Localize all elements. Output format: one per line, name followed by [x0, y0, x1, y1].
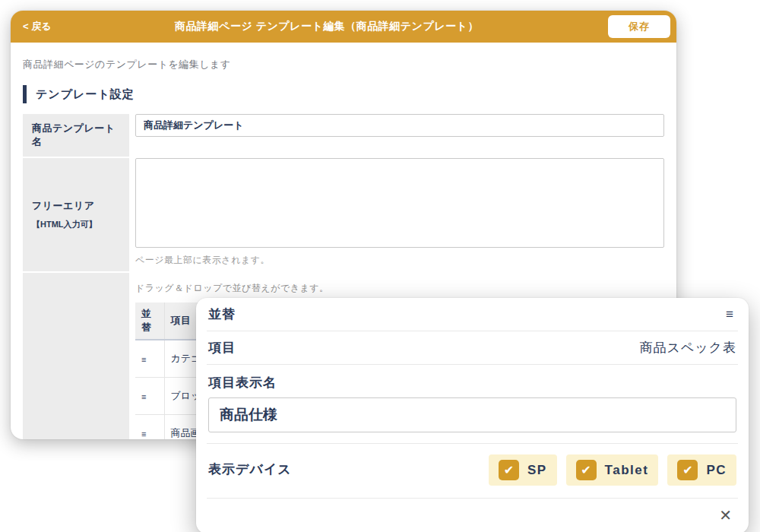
free-area-helper: ページ最上部に表示されます。: [135, 254, 664, 267]
page-title: 商品詳細ページ テンプレート編集（商品詳細テンプレート）: [175, 20, 479, 33]
free-area-label: フリーエリア 【HTML入力可】: [23, 158, 129, 271]
display-name-input[interactable]: [208, 397, 736, 432]
modal-drag-handle-icon[interactable]: ≡: [726, 308, 736, 321]
modal-sort-label: 並替: [208, 306, 236, 323]
device-checkbox-tablet[interactable]: ✔ Tablet: [566, 454, 659, 486]
free-area-label-text: フリーエリア: [32, 199, 120, 213]
modal-item-label: 項目: [208, 339, 236, 356]
window-header: < 戻る 商品詳細ページ テンプレート編集（商品詳細テンプレート） 保存: [11, 11, 676, 43]
back-link[interactable]: < 戻る: [23, 20, 52, 33]
drag-handle-icon[interactable]: ≡: [141, 356, 146, 364]
close-icon[interactable]: ✕: [719, 508, 732, 523]
device-label: SP: [527, 463, 547, 478]
modal-footer: ✕: [207, 499, 738, 532]
device-label: Tablet: [605, 463, 649, 478]
checkbox-checked-icon: ✔: [499, 460, 519, 480]
device-checkbox-pc[interactable]: ✔ PC: [667, 454, 736, 486]
modal-item-row: 項目 商品スペック表: [207, 331, 738, 365]
item-edit-modal: 並替 ≡ 項目 商品スペック表 項目表示名 表示デバイス ✔ SP ✔ Tabl…: [196, 298, 749, 532]
html-allowed-note: 【HTML入力可】: [32, 219, 120, 230]
device-label: PC: [706, 463, 727, 478]
drag-handle-icon[interactable]: ≡: [141, 393, 146, 401]
save-button[interactable]: 保存: [608, 15, 670, 38]
drag-drop-note: ドラッグ＆ドロップで並び替えができます。: [135, 282, 664, 295]
template-name-row: 商品テンプレート名: [23, 114, 664, 157]
template-name-label: 商品テンプレート名: [23, 114, 129, 157]
modal-display-name-label: 項目表示名: [208, 374, 736, 391]
modal-devices-label: 表示デバイス: [208, 461, 292, 478]
drag-handle-icon[interactable]: ≡: [141, 430, 146, 439]
page-description: 商品詳細ページのテンプレートを編集します: [23, 58, 664, 71]
section-title: テンプレート設定: [23, 85, 664, 103]
modal-devices-section: 表示デバイス ✔ SP ✔ Tablet ✔ PC: [207, 444, 738, 499]
column-header-sort: 並替: [135, 302, 164, 340]
device-pill-group: ✔ SP ✔ Tablet ✔ PC: [489, 454, 736, 486]
modal-item-value: 商品スペック表: [639, 339, 736, 356]
screen: < 戻る 商品詳細ページ テンプレート編集（商品詳細テンプレート） 保存 商品詳…: [0, 0, 760, 532]
free-area-row: フリーエリア 【HTML入力可】 ページ最上部に表示されます。: [23, 158, 664, 271]
checkbox-checked-icon: ✔: [677, 460, 698, 480]
device-checkbox-sp[interactable]: ✔ SP: [489, 454, 557, 486]
template-name-input[interactable]: [135, 114, 664, 137]
modal-display-name-section: 項目表示名: [207, 365, 738, 444]
modal-sort-row: 並替 ≡: [207, 298, 738, 331]
free-area-textarea[interactable]: [135, 158, 664, 248]
items-row-label: [23, 273, 129, 439]
checkbox-checked-icon: ✔: [576, 460, 597, 480]
